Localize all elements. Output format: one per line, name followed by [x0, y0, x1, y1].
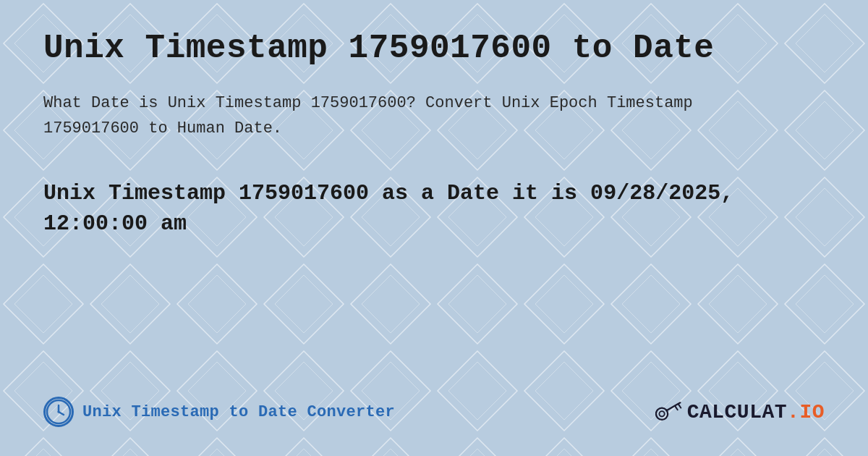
clock-icon — [43, 397, 74, 427]
page-title: Unix Timestamp 1759017600 to Date — [43, 29, 825, 69]
svg-point-7 — [58, 411, 60, 413]
svg-point-9 — [659, 411, 664, 416]
result-text: Unix Timestamp 1759017600 as a Date it i… — [43, 178, 752, 239]
footer-link-text[interactable]: Unix Timestamp to Date Converter — [82, 403, 395, 421]
logo-calc-part: CALCULAT — [687, 401, 787, 423]
logo-dot-io: .IO — [787, 401, 825, 423]
footer-link[interactable]: Unix Timestamp to Date Converter — [43, 397, 395, 427]
logo-text: CALCULAT.IO — [687, 401, 825, 423]
svg-line-12 — [678, 404, 681, 408]
page-description: What Date is Unix Timestamp 1759017600? … — [43, 90, 694, 141]
footer: Unix Timestamp to Date Converter — [43, 389, 825, 427]
svg-point-8 — [656, 408, 668, 420]
calculat-logo[interactable]: CALCULAT.IO — [655, 398, 825, 426]
result-section: Unix Timestamp 1759017600 as a Date it i… — [43, 178, 825, 239]
svg-line-11 — [675, 406, 678, 410]
logo-icon — [655, 398, 683, 426]
